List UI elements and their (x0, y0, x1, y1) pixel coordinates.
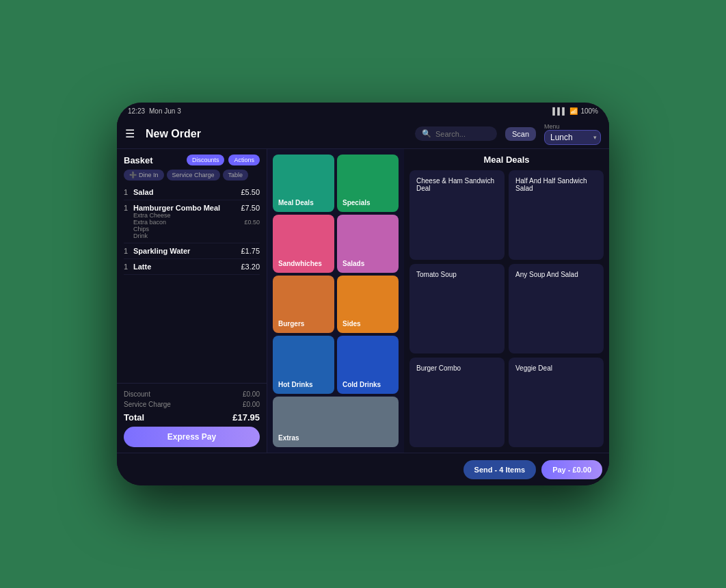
discount-row: Discount £0.00 (124, 389, 260, 399)
item-quantity: 1 (124, 263, 131, 271)
addon-price: £0.50 (244, 219, 260, 226)
item-price: £7.50 (241, 204, 260, 212)
table-tag[interactable]: Table (223, 170, 249, 181)
item-name: Hamburger Combo Meal (133, 204, 238, 212)
signal-icon: ▌▌▌ (552, 107, 567, 115)
meal-deals-title: Meal Deals (409, 155, 604, 165)
top-nav: ☰ New Order 🔍 Scan Menu Lunch Breakfast … (117, 119, 609, 149)
deal-item[interactable]: Burger Combo (409, 358, 505, 447)
actions-button[interactable]: Actions (228, 155, 260, 165)
search-icon: 🔍 (422, 129, 431, 138)
item-addon: Chips (124, 226, 260, 232)
discounts-button[interactable]: Discounts (187, 155, 225, 165)
category-grid: Meal Deals Specials Sandwhiches Salads B… (273, 155, 399, 447)
category-cold-drinks[interactable]: Cold Drinks (337, 336, 399, 393)
basket-footer: Discount £0.00 Service Charge £0.00 Tota… (117, 383, 267, 453)
item-quantity: 1 (124, 204, 131, 212)
item-name: Sparkling Water (133, 247, 238, 255)
status-date: Mon Jun 3 (149, 107, 181, 115)
category-label: Salads (342, 260, 364, 267)
status-time: 12:23 (128, 107, 145, 115)
menu-label: Menu (544, 123, 601, 130)
categories-panel: Meal Deals Specials Sandwhiches Salads B… (267, 149, 404, 453)
deal-item[interactable]: Veggie Deal (509, 358, 604, 447)
category-salads[interactable]: Salads (337, 215, 399, 272)
dine-in-label: Dine In (139, 172, 159, 178)
basket-item[interactable]: 1 Salad £5.50 (124, 185, 260, 200)
express-pay-button[interactable]: Express Pay (124, 427, 260, 447)
meal-deals-panel: Meal Deals Cheese & Ham Sandwich Deal Ha… (404, 149, 609, 453)
total-value: £17.95 (232, 412, 260, 423)
wifi-icon: 📶 (569, 107, 578, 115)
item-price: £1.75 (241, 247, 260, 255)
basket-item[interactable]: 1 Sparkling Water £1.75 (124, 243, 260, 259)
item-quantity: 1 (124, 188, 131, 196)
item-quantity: 1 (124, 247, 131, 255)
deal-name: Any Soup And Salad (515, 271, 578, 278)
category-label: Sides (342, 320, 361, 328)
deal-name: Half And Half Sandwich Salad (515, 177, 597, 192)
category-label: Extras (278, 434, 299, 442)
service-charge-value: £0.00 (243, 401, 260, 408)
deal-name: Burger Combo (416, 364, 461, 372)
category-hot-drinks[interactable]: Hot Drinks (273, 336, 334, 393)
category-label: Hot Drinks (278, 381, 313, 388)
category-meal-deals[interactable]: Meal Deals (273, 155, 334, 212)
deal-item[interactable]: Half And Half Sandwich Salad (509, 170, 604, 260)
category-specials[interactable]: Specials (337, 155, 399, 212)
basket-title: Basket (124, 155, 183, 165)
service-charge-tag[interactable]: Service Charge (167, 170, 220, 181)
discount-label: Discount (124, 390, 150, 398)
hamburger-menu-icon[interactable]: ☰ (125, 127, 135, 140)
deal-item[interactable]: Any Soup And Salad (509, 264, 604, 353)
basket-item[interactable]: 1 Hamburger Combo Meal £7.50 Extra Chees… (124, 200, 260, 243)
total-label: Total (124, 412, 144, 423)
category-label: Specials (342, 199, 371, 206)
item-addon: Drink (124, 232, 260, 239)
item-price: £5.50 (241, 188, 260, 196)
status-bar: 12:23 Mon Jun 3 ▌▌▌ 📶 100% (117, 103, 609, 119)
meal-deals-grid: Cheese & Ham Sandwich Deal Half And Half… (409, 170, 604, 447)
deal-name: Veggie Deal (515, 364, 552, 372)
item-name: Salad (133, 188, 238, 196)
category-sandwiches[interactable]: Sandwhiches (273, 215, 334, 272)
deal-name: Tomato Soup (416, 271, 457, 278)
item-addon: Extra Cheese (124, 212, 260, 219)
scan-button[interactable]: Scan (505, 127, 536, 141)
total-row: Total £17.95 (124, 410, 260, 427)
category-burgers[interactable]: Burgers (273, 276, 334, 333)
menu-selector-wrapper: Menu Lunch Breakfast Dinner ▾ (544, 123, 601, 145)
main-content: Basket Discounts Actions ➕ Dine In Servi… (117, 149, 609, 453)
menu-select[interactable]: Lunch Breakfast Dinner (544, 130, 601, 145)
item-price: £3.20 (241, 263, 260, 271)
service-charge-row: Service Charge £0.00 (124, 399, 260, 410)
dine-in-icon: ➕ (129, 172, 137, 178)
service-charge-line-label: Service Charge (124, 401, 171, 408)
category-label: Burgers (278, 320, 304, 328)
category-label: Cold Drinks (342, 381, 381, 388)
basket-header: Basket Discounts Actions (117, 149, 267, 170)
search-box[interactable]: 🔍 (415, 126, 497, 141)
basket-panel: Basket Discounts Actions ➕ Dine In Servi… (117, 149, 267, 453)
category-label: Meal Deals (278, 199, 314, 206)
action-bar: Send - 4 Items Pay - £0.00 (117, 453, 609, 485)
basket-items-list: 1 Salad £5.50 1 Hamburger Combo Meal £7.… (117, 185, 267, 383)
pay-button[interactable]: Pay - £0.00 (541, 460, 602, 479)
basket-item[interactable]: 1 Latte £3.20 (124, 259, 260, 275)
tablet-device: 12:23 Mon Jun 3 ▌▌▌ 📶 100% ☰ New Order 🔍… (117, 103, 609, 485)
deal-name: Cheese & Ham Sandwich Deal (416, 177, 498, 192)
table-label: Table (228, 172, 243, 178)
page-title: New Order (146, 128, 201, 140)
service-charge-label: Service Charge (172, 172, 215, 178)
item-addon: Extra bacon (124, 219, 241, 226)
deal-item[interactable]: Cheese & Ham Sandwich Deal (409, 170, 505, 260)
basket-tags: ➕ Dine In Service Charge Table (117, 170, 267, 185)
deal-item[interactable]: Tomato Soup (409, 264, 505, 353)
category-extras[interactable]: Extras (273, 397, 399, 447)
dine-in-tag[interactable]: ➕ Dine In (124, 170, 164, 181)
category-sides[interactable]: Sides (337, 276, 399, 333)
search-input[interactable] (435, 130, 490, 138)
battery-indicator: 100% (580, 107, 598, 115)
item-name: Latte (133, 263, 238, 271)
send-button[interactable]: Send - 4 Items (463, 460, 537, 479)
